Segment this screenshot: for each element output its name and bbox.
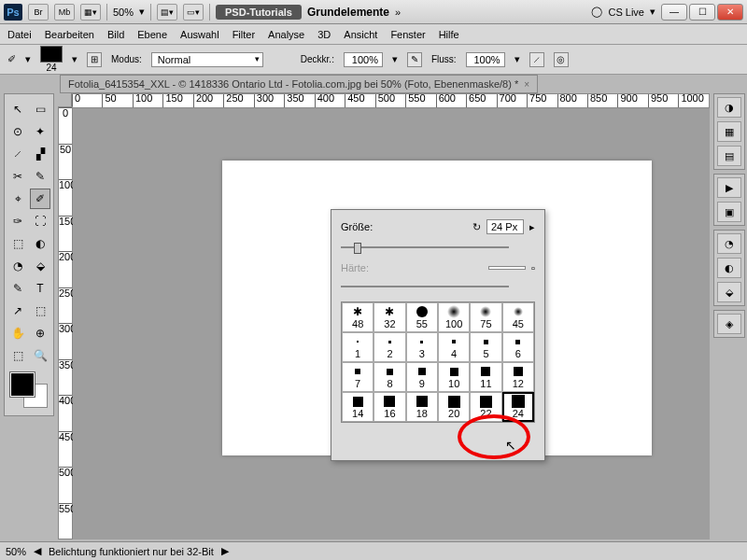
tool-10-0[interactable]: ✋: [7, 323, 28, 343]
paths-panel-icon[interactable]: ⬙: [717, 282, 741, 302]
reset-icon[interactable]: ↻: [472, 221, 481, 233]
menu-filter[interactable]: Filter: [233, 29, 255, 40]
flow-input[interactable]: 100%: [466, 52, 505, 67]
extras-button[interactable]: ▤▾: [157, 4, 177, 21]
bridge-button[interactable]: Br: [28, 4, 49, 21]
tool-2-0[interactable]: ⟋: [7, 144, 28, 164]
chevron-down-icon[interactable]: ▾: [514, 53, 520, 65]
tool-7-1[interactable]: ⬙: [30, 256, 50, 276]
tablet-size-icon[interactable]: ◎: [554, 52, 569, 67]
brush-preset-55[interactable]: 55: [406, 302, 438, 332]
tool-10-1[interactable]: ⊕: [30, 323, 50, 343]
tool-6-0[interactable]: ⬚: [7, 233, 28, 254]
tool-9-0[interactable]: ↗: [7, 301, 28, 321]
brush-preset-14[interactable]: 14: [342, 392, 374, 422]
brush-preset-3[interactable]: 3: [406, 332, 438, 362]
tool-1-0[interactable]: ⊙: [7, 121, 28, 142]
chevron-down-icon[interactable]: ▾: [25, 53, 31, 65]
brush-preset-2[interactable]: 2: [374, 332, 405, 362]
brush-preset-45[interactable]: 45: [502, 302, 534, 332]
brush-preset-4[interactable]: 4: [438, 332, 470, 362]
airbrush-icon[interactable]: ⟋: [529, 52, 544, 67]
menu-datei[interactable]: Datei: [7, 29, 32, 40]
tablet-opacity-icon[interactable]: ✎: [407, 52, 422, 67]
tool-5-1[interactable]: ⛶: [30, 211, 50, 231]
zoom-value[interactable]: 50%: [113, 7, 134, 18]
swatches-panel-icon[interactable]: ▦: [717, 121, 741, 142]
brush-preset-32[interactable]: ✱32: [374, 302, 405, 332]
menu-ebene[interactable]: Ebene: [137, 29, 167, 40]
workspace-tab[interactable]: PSD-Tutorials: [216, 5, 302, 20]
brush-preset-10[interactable]: 10: [438, 362, 470, 392]
nav-left-icon[interactable]: ◀: [34, 545, 41, 557]
status-zoom[interactable]: 50%: [6, 546, 26, 557]
brush-preset-11[interactable]: 11: [470, 362, 501, 392]
chevron-down-icon[interactable]: ▾: [139, 6, 145, 18]
tab-close-icon[interactable]: ×: [524, 79, 529, 90]
mode-dropdown[interactable]: Normal: [151, 52, 263, 67]
ruler-vertical[interactable]: 050100150200250300350400450500550: [58, 106, 73, 539]
brush-preset-9[interactable]: 9: [406, 362, 438, 392]
masks-panel-icon[interactable]: ▣: [717, 202, 741, 222]
chevron-down-icon[interactable]: ▾: [392, 53, 398, 65]
color-swatches[interactable]: [8, 371, 53, 408]
brush-preset-16[interactable]: 16: [374, 392, 405, 422]
workspace-name[interactable]: Grundelemente: [307, 6, 389, 19]
brush-preset-18[interactable]: 18: [406, 392, 438, 422]
brush-preset-12[interactable]: 12: [502, 362, 534, 392]
document-tab[interactable]: Fotolia_6415354_XXL - © 1418336 Ontario …: [60, 75, 538, 93]
color-panel-icon[interactable]: ◑: [717, 97, 741, 118]
tool-11-1[interactable]: 🔍: [30, 345, 50, 366]
chevron-down-icon[interactable]: ▾: [650, 6, 655, 18]
history-panel-icon[interactable]: ◈: [717, 314, 741, 334]
tool-3-1[interactable]: ✎: [30, 166, 50, 187]
brush-preset-22[interactable]: 22: [470, 392, 501, 422]
tool-4-1[interactable]: ✐: [30, 189, 50, 209]
tool-4-0[interactable]: ⌖: [7, 189, 28, 209]
brush-preset-5[interactable]: 5: [470, 332, 501, 362]
tool-0-0[interactable]: ↖: [7, 99, 28, 119]
brush-preset-100[interactable]: 100: [438, 302, 470, 332]
new-preset-icon[interactable]: ▫: [531, 262, 535, 273]
chevrons-icon[interactable]: »: [395, 7, 401, 18]
brush-preset-75[interactable]: 75: [470, 302, 501, 332]
cslive-label[interactable]: CS Live: [608, 7, 644, 18]
menu-fenster[interactable]: Fenster: [390, 29, 425, 40]
tool-5-0[interactable]: ✑: [7, 211, 28, 231]
brush-preset-8[interactable]: 8: [374, 362, 405, 392]
menu-ansicht[interactable]: Ansicht: [344, 29, 377, 40]
flyout-icon[interactable]: ▸: [529, 221, 535, 233]
menu-bearbeiten[interactable]: Bearbeiten: [45, 29, 94, 40]
styles-panel-icon[interactable]: ▤: [717, 146, 741, 166]
minibridge-button[interactable]: Mb: [54, 4, 75, 21]
channels-panel-icon[interactable]: ◐: [717, 258, 741, 278]
tool-6-1[interactable]: ◐: [30, 233, 50, 254]
size-slider[interactable]: [341, 242, 509, 253]
screenmode-button[interactable]: ▭▾: [183, 4, 204, 21]
close-button[interactable]: ✕: [717, 4, 743, 21]
menu-bild[interactable]: Bild: [107, 29, 124, 40]
tool-8-1[interactable]: T: [30, 278, 50, 299]
tool-1-1[interactable]: ✦: [30, 121, 50, 142]
brush-panel-icon[interactable]: ⊞: [87, 52, 102, 67]
tool-9-1[interactable]: ⬚: [30, 301, 50, 321]
minimize-button[interactable]: —: [661, 4, 687, 21]
foreground-color[interactable]: [10, 372, 35, 397]
menu-3d[interactable]: 3D: [317, 29, 331, 40]
tool-0-1[interactable]: ▭: [30, 99, 50, 119]
brush-tool-icon[interactable]: ✐: [7, 53, 16, 65]
brush-preset-6[interactable]: 6: [502, 332, 534, 362]
menu-analyse[interactable]: Analyse: [268, 29, 304, 40]
maximize-button[interactable]: ☐: [689, 4, 715, 21]
layers-panel-icon[interactable]: ◔: [717, 233, 741, 254]
ruler-horizontal[interactable]: 0501001502002503003504004505005506006507…: [71, 93, 710, 108]
tool-3-0[interactable]: ✂: [7, 166, 28, 187]
opacity-input[interactable]: 100%: [344, 52, 383, 67]
tool-2-1[interactable]: ▞: [30, 144, 50, 164]
chevron-down-icon[interactable]: ▾: [72, 53, 78, 65]
menu-hilfe[interactable]: Hilfe: [439, 29, 459, 40]
brush-preset-7[interactable]: 7: [342, 362, 374, 392]
brush-preview[interactable]: [40, 46, 63, 63]
nav-right-icon[interactable]: ▶: [221, 545, 229, 557]
tool-8-0[interactable]: ✎: [7, 278, 28, 299]
